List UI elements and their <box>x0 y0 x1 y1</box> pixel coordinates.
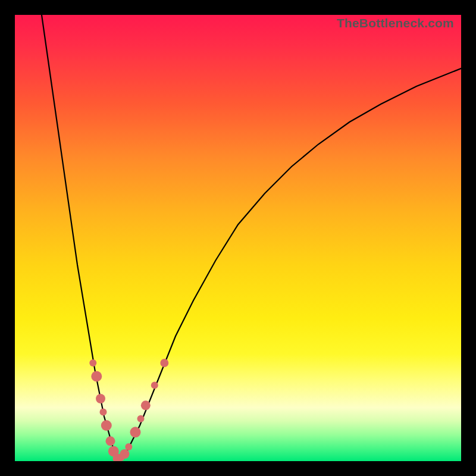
curve-marker <box>108 446 119 457</box>
chart-plot-area: TheBottleneck.com <box>15 15 461 461</box>
curve-marker <box>120 449 130 459</box>
curve-marker <box>89 359 96 367</box>
bottleneck-curve <box>42 15 461 461</box>
curve-marker <box>160 359 168 367</box>
curve-markers <box>89 359 168 461</box>
curve-marker <box>96 394 105 403</box>
curve-marker <box>137 415 145 422</box>
curve-marker <box>118 454 125 461</box>
curve-marker <box>130 427 141 437</box>
curve-layer <box>15 15 461 461</box>
curve-marker <box>91 371 102 382</box>
curve-marker <box>151 382 158 389</box>
curve-marker <box>101 420 112 431</box>
curve-marker <box>141 400 151 410</box>
curve-marker <box>100 409 107 416</box>
curve-marker <box>106 436 115 446</box>
curve-marker <box>113 454 123 462</box>
curve-marker <box>125 443 132 450</box>
watermark-text: TheBottleneck.com <box>337 16 454 30</box>
